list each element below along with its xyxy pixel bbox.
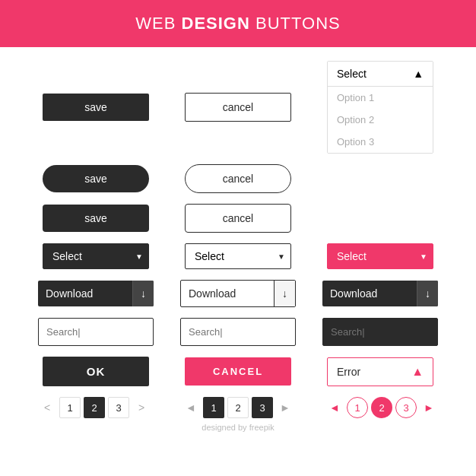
- page-2-btn-1[interactable]: 1: [203, 397, 224, 418]
- cell-download-outline: Download ↓: [173, 280, 303, 307]
- row-5: Download ↓ Download ↓ Download ↓: [30, 280, 446, 307]
- select-outline-wrapper: Select ▼: [185, 243, 291, 269]
- dropdown-header[interactable]: Select ▲: [328, 62, 433, 87]
- save-slight-button[interactable]: save: [43, 205, 149, 232]
- header-banner: WEB DESIGN BUTTONS: [0, 0, 476, 47]
- download-label-2: Download: [181, 281, 274, 306]
- page-next-2[interactable]: ►: [276, 397, 294, 418]
- footer: designed by freepik: [30, 423, 446, 432]
- row-6: 🔍 🔍 🔍: [30, 318, 446, 346]
- error-triangle-icon: ▲: [411, 365, 424, 379]
- select-outline[interactable]: Select: [185, 243, 291, 269]
- page-prev-2[interactable]: ◄: [182, 397, 200, 418]
- page-3-btn-2[interactable]: 2: [371, 397, 392, 418]
- dropdown-option-3[interactable]: Option 3: [328, 131, 433, 153]
- cell-dropdown-open: Select ▲ Option 1 Option 2 Option 3: [315, 61, 446, 154]
- cell-search-2: 🔍: [173, 318, 303, 346]
- error-button[interactable]: Error ▲: [327, 357, 433, 386]
- row-1: save cancel Select ▲ Option 1 Option 2 O…: [30, 61, 446, 154]
- download-icon-3: ↓: [417, 281, 438, 306]
- page-3-btn-1[interactable]: 1: [347, 397, 368, 418]
- download-dark-button[interactable]: Download ↓: [38, 281, 154, 306]
- select-pink-wrapper: Select ▼: [327, 243, 433, 269]
- cell-cancel-pill: cancel: [173, 164, 303, 193]
- search-input-2[interactable]: [181, 320, 296, 344]
- page-1-btn-2[interactable]: 2: [84, 397, 105, 418]
- header-text-normal: WEB: [135, 14, 181, 33]
- page-prev-1[interactable]: <: [38, 397, 56, 418]
- cell-download-dark: Download ↓: [30, 281, 161, 306]
- dropdown-label: Select: [337, 68, 367, 80]
- cancel-square-button[interactable]: cancel: [185, 93, 291, 122]
- dropdown-option-2[interactable]: Option 2: [328, 109, 433, 131]
- cell-search-3: 🔍: [315, 318, 446, 346]
- search-wrapper-2: 🔍: [180, 318, 296, 346]
- cell-save-square: save: [30, 94, 161, 121]
- select-pink[interactable]: Select: [327, 243, 433, 269]
- select-dark-wrapper: Select ▼: [43, 243, 149, 269]
- pagination-3: ◄ 1 2 3 ►: [325, 397, 438, 418]
- page-1-btn-3[interactable]: 3: [108, 397, 129, 418]
- pagination-2: ◄ 1 2 3 ►: [182, 397, 294, 418]
- cancel-pill-button[interactable]: cancel: [185, 164, 291, 193]
- cell-select-dark: Select ▼: [30, 243, 161, 269]
- cell-search-1: 🔍: [30, 318, 161, 346]
- download-outline-button[interactable]: Download ↓: [180, 280, 296, 307]
- save-pill-button[interactable]: save: [43, 165, 149, 192]
- ok-button[interactable]: OK: [43, 357, 149, 386]
- row-4: Select ▼ Select ▼ Select ▼: [30, 243, 446, 269]
- cell-select-pink: Select ▼: [315, 243, 446, 269]
- save-square-button[interactable]: save: [43, 94, 149, 121]
- search-input-3[interactable]: [323, 320, 438, 344]
- search-input-1[interactable]: [39, 320, 154, 344]
- search-wrapper-1: 🔍: [38, 318, 154, 346]
- select-dark[interactable]: Select: [43, 243, 149, 269]
- cell-save-slight: save: [30, 205, 161, 232]
- cell-save-pill: save: [30, 165, 161, 192]
- page-prev-3[interactable]: ◄: [325, 397, 344, 418]
- cell-select-outline: Select ▼: [173, 243, 303, 269]
- error-label: Error: [337, 366, 360, 378]
- download-icon-1: ↓: [132, 281, 154, 306]
- chevron-up-icon: ▲: [413, 68, 424, 80]
- cell-download-dark2: Download ↓: [315, 281, 446, 306]
- download-dark-button-2[interactable]: Download ↓: [322, 281, 438, 306]
- pagination-row: < 1 2 3 > ◄ 1 2 3 ► ◄ 1 2 3 ►: [30, 397, 446, 418]
- dropdown-open[interactable]: Select ▲ Option 1 Option 2 Option 3: [327, 61, 433, 154]
- download-label-1: Download: [38, 281, 132, 306]
- page-2-btn-3[interactable]: 3: [252, 397, 273, 418]
- cell-cancel-slight: cancel: [173, 204, 303, 233]
- page-next-1[interactable]: >: [132, 397, 151, 418]
- cancel-pink-button[interactable]: CANCEL: [185, 357, 291, 386]
- dropdown-option-1[interactable]: Option 1: [328, 87, 433, 109]
- search-wrapper-3: 🔍: [322, 318, 438, 346]
- pagination-1: < 1 2 3 >: [38, 397, 151, 418]
- row-7: OK CANCEL Error ▲: [30, 357, 446, 386]
- cell-ok: OK: [30, 357, 161, 386]
- row-3: save cancel: [30, 204, 446, 233]
- header-text-after: BUTTONS: [250, 14, 341, 33]
- download-label-3: Download: [322, 281, 417, 306]
- page-3-btn-3[interactable]: 3: [395, 397, 417, 418]
- cell-error: Error ▲: [315, 357, 446, 386]
- header-text-bold: DESIGN: [182, 14, 250, 33]
- cancel-slight-button[interactable]: cancel: [185, 204, 291, 233]
- row-2: save cancel: [30, 164, 446, 193]
- page-1-btn-1[interactable]: 1: [59, 397, 81, 418]
- page-2-btn-2[interactable]: 2: [227, 397, 249, 418]
- dropdown-options: Option 1 Option 2 Option 3: [328, 87, 433, 153]
- page-next-3[interactable]: ►: [420, 397, 438, 418]
- cell-cancel-square: cancel: [173, 93, 303, 122]
- cell-cancel-pink: CANCEL: [173, 357, 303, 386]
- download-icon-2: ↓: [274, 281, 295, 306]
